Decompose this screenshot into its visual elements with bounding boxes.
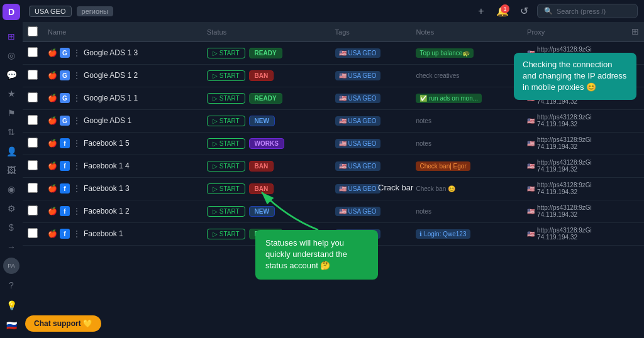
dots-menu-5[interactable]: ⋮ — [72, 161, 81, 171]
sidebar-item-flags[interactable]: ⚑ — [3, 104, 20, 121]
sidebar-item-targets[interactable]: ◎ — [3, 47, 20, 63]
status-tooltip-text: Statuses will help you quickly understan… — [265, 238, 347, 270]
apple-icon-1: 🍎 — [48, 71, 57, 80]
usa-geo-tag-6[interactable]: 🇺🇸USA GEO — [335, 184, 380, 194]
sidebar-item-export[interactable]: → — [3, 239, 20, 255]
app-logo[interactable]: D — [3, 4, 20, 20]
table-settings-icon[interactable]: ⊞ — [631, 26, 639, 36]
table-area: Name Status Tags Notes Proxy ⊞ 🍎 G ⋮ — [23, 23, 644, 338]
search-box[interactable]: 🔍 Search (press /) — [537, 4, 638, 18]
usa-geo-tag-1[interactable]: 🇺🇸USA GEO — [335, 71, 380, 80]
account-label-6: Facebook 1 3 — [84, 184, 130, 193]
note-1: check creatives — [416, 72, 459, 79]
status-badge-6: BAN — [249, 183, 274, 194]
dots-menu-7[interactable]: ⋮ — [72, 206, 81, 216]
start-button-3[interactable]: ▷ START — [207, 116, 245, 126]
proxy-tooltip-text: Checking the connection and changing the… — [523, 60, 626, 92]
row-checkbox-8[interactable] — [28, 228, 38, 238]
sidebar-item-settings[interactable]: ⚙ — [3, 200, 20, 217]
sidebar-item-transfers[interactable]: ⇅ — [3, 124, 20, 140]
start-button-1[interactable]: ▷ START — [207, 70, 245, 81]
dots-menu-3[interactable]: ⋮ — [72, 116, 81, 126]
row-checkbox-2[interactable] — [28, 92, 38, 102]
search-placeholder: Search (press /) — [557, 8, 606, 15]
proxy-url-5: http://ps43128:9zGi — [537, 159, 592, 166]
dots-menu-8[interactable]: ⋮ — [72, 229, 81, 239]
status-tooltip: Statuses will help you quickly understan… — [255, 230, 378, 280]
row-checkbox-3[interactable] — [28, 115, 38, 125]
dots-menu-4[interactable]: ⋮ — [72, 138, 81, 148]
proxy-ip-5: 74.119.194.32 — [537, 166, 592, 173]
start-button-6[interactable]: ▷ START — [207, 183, 245, 194]
proxy-url-6: http://ps43128:9zGi — [537, 182, 592, 188]
note-7: notes — [416, 208, 431, 215]
account-label-0: Google ADS 1 3 — [84, 48, 138, 57]
table-row: 🍎 f ⋮ Facebook 1 4 ▷ START BAN 🇺🇸USA GEO… — [23, 155, 644, 177]
usa-geo-tag-5[interactable]: 🇺🇸USA GEO — [335, 161, 380, 171]
idea-icon[interactable]: 💡 — [3, 297, 20, 314]
sidebar-item-users[interactable]: 👤 — [3, 143, 20, 159]
brand-icon-3: G — [60, 116, 70, 126]
add-button[interactable]: + — [473, 3, 489, 19]
proxy-url-3: http://ps43128:9zGi — [537, 114, 592, 121]
proxy-flag-3: 🇺🇸 — [527, 117, 535, 124]
row-checkbox-7[interactable] — [28, 205, 38, 215]
row-checkbox-1[interactable] — [28, 70, 38, 80]
account-name-3: 🍎 G ⋮ Google ADS 1 — [48, 116, 184, 126]
note-6: Check ban 😊 — [416, 185, 455, 192]
proxy-flag-8: 🇺🇸 — [527, 231, 535, 237]
account-label-5: Facebook 1 4 — [84, 161, 130, 170]
usa-geo-tag-4[interactable]: 🇺🇸USA GEO — [335, 139, 380, 148]
refresh-button[interactable]: ↺ — [516, 3, 532, 19]
brand-icon-8: f — [60, 229, 70, 239]
dots-menu-0[interactable]: ⋮ — [72, 48, 81, 58]
select-all-checkbox[interactable] — [28, 26, 38, 36]
start-button-0[interactable]: ▷ START — [207, 48, 245, 58]
dots-menu-2[interactable]: ⋮ — [72, 93, 81, 103]
proxy-cell-3: 🇺🇸 http://ps43128:9zGi 74.119.194.32 — [527, 114, 626, 128]
usa-geo-tag-0[interactable]: 🇺🇸USA GEO — [335, 48, 380, 58]
sidebar-item-chat[interactable]: 💬 — [3, 66, 20, 82]
flag-icon[interactable]: 🇷🇺 — [3, 317, 20, 334]
chat-support-button[interactable]: Chat support 💛 — [25, 315, 101, 332]
avatar[interactable]: PA — [3, 258, 19, 274]
help-icon[interactable]: ? — [3, 276, 20, 294]
brand-icon-6: f — [60, 183, 70, 194]
start-button-2[interactable]: ▷ START — [207, 93, 245, 104]
apple-icon-3: 🍎 — [48, 116, 57, 125]
notification-button[interactable]: 🔔 1 — [494, 3, 511, 19]
start-button-5[interactable]: ▷ START — [207, 161, 245, 172]
start-button-4[interactable]: ▷ START — [207, 138, 245, 149]
usa-geo-tag-7[interactable]: 🇺🇸USA GEO — [335, 207, 380, 216]
apple-icon-7: 🍎 — [48, 207, 57, 215]
usa-geo-tag-2[interactable]: 🇺🇸USA GEO — [335, 94, 380, 103]
dots-menu-6[interactable]: ⋮ — [72, 183, 81, 194]
status-badge-5: BAN — [249, 161, 274, 172]
sidebar-item-analytics[interactable]: ◉ — [3, 181, 20, 197]
row-checkbox-6[interactable] — [28, 183, 38, 193]
proxy-flag-5: 🇺🇸 — [527, 163, 535, 170]
notification-badge: 1 — [501, 4, 509, 13]
row-checkbox-4[interactable] — [28, 138, 38, 148]
row-checkbox-0[interactable] — [28, 47, 38, 57]
sidebar-bottom: PA ? 💡 🇷🇺 — [3, 258, 20, 334]
table-row: 🍎 f ⋮ Facebook 1 3 ▷ START BAN 🇺🇸USA GEO… — [23, 177, 644, 200]
proxy-url-8: http://ps43128:9zGi — [537, 227, 592, 234]
start-button-8[interactable]: ▷ START — [207, 229, 245, 239]
region-tag[interactable]: регионы — [77, 6, 114, 16]
apple-icon-6: 🍎 — [48, 184, 57, 193]
row-checkbox-5[interactable] — [28, 160, 38, 170]
sidebar-item-dashboard[interactable]: ⊞ — [3, 28, 20, 44]
status-badge-2: READY — [249, 93, 282, 104]
sidebar-item-media[interactable]: 🖼 — [3, 162, 20, 178]
geo-tag[interactable]: USA GEO — [29, 6, 72, 17]
proxy-ip-4: 74.119.194.32 — [537, 143, 592, 150]
start-button-7[interactable]: ▷ START — [207, 206, 245, 217]
sidebar-item-billing[interactable]: $ — [3, 219, 20, 236]
note-0: Top up balance🐢 — [416, 48, 474, 58]
proxy-flag-6: 🇺🇸 — [527, 185, 535, 192]
sidebar-item-favorites[interactable]: ★ — [3, 85, 20, 102]
dots-menu-1[interactable]: ⋮ — [72, 70, 81, 80]
usa-geo-tag-3[interactable]: 🇺🇸USA GEO — [335, 116, 380, 126]
note-8: ℹ Login: Qwe123 — [416, 229, 470, 239]
